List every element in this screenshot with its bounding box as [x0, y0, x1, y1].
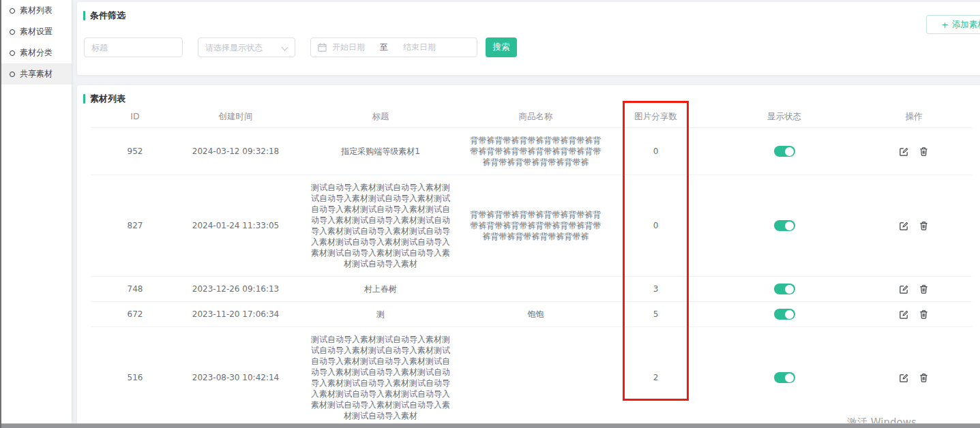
end-date-placeholder[interactable]: 结束日期 [403, 42, 436, 53]
filter-panel: 条件筛选 开始日期 至 结束日期 搜索 + 添加素材 [77, 2, 980, 75]
column-header-4: 商品名称 [469, 111, 602, 122]
cell-display-status [709, 372, 859, 383]
edit-icon[interactable] [899, 373, 909, 383]
toggle-knob [785, 221, 794, 230]
cell-display-status [709, 284, 859, 294]
cell-product-name: 背带裤背带裤背带裤背带裤背带裤背带裤背带裤背带裤背带裤背带裤背带裤背带裤背带裤背… [469, 209, 602, 242]
calendar-icon [318, 43, 327, 52]
table-section-title: 素材列表 [90, 93, 125, 105]
cell-id: 952 [91, 146, 179, 157]
sidebar-item-2[interactable]: 素材设置 [1, 21, 72, 42]
plus-icon: + [941, 20, 948, 30]
cell-title: 测试自动导入素材测试自动导入素材测试自动导入素材测试自动导入素材测试自动导入素材… [292, 334, 469, 421]
cell-product-name: 背带裤背带裤背带裤背带裤背带裤背带裤背带裤背带裤背带裤背带裤背带裤背带裤背带裤背… [469, 135, 602, 168]
trash-icon[interactable] [919, 221, 929, 231]
cell-created-time: 2024-03-12 09:32:18 [179, 146, 292, 157]
sidebar-item-4[interactable]: 共享素材 [1, 63, 72, 85]
search-button[interactable]: 搜索 [486, 37, 517, 57]
cell-id: 672 [91, 309, 179, 320]
column-header-2: 创建时间 [179, 111, 292, 122]
cell-image-share-count: 2 [602, 372, 709, 383]
status-toggle[interactable] [774, 146, 795, 157]
status-toggle[interactable] [774, 372, 795, 383]
cell-actions [859, 146, 968, 157]
cell-id: 827 [91, 220, 179, 231]
cell-display-status [709, 309, 859, 320]
sidebar-item-label: 素材设置 [20, 26, 53, 37]
cell-image-share-count: 0 [602, 146, 709, 157]
cell-image-share-count: 3 [602, 284, 709, 294]
table-body: 952 2024-03-12 09:32:18 指定采购端等级素材1 背带裤背带… [77, 128, 980, 424]
column-header-7: 操作 [859, 111, 968, 122]
trash-icon[interactable] [919, 373, 929, 383]
start-date-placeholder[interactable]: 开始日期 [332, 42, 365, 53]
edit-icon[interactable] [899, 284, 909, 294]
status-toggle[interactable] [774, 220, 795, 231]
sidebar: 素材列表 素材设置 素材分类 共享素材 [1, 0, 72, 423]
table-row: 952 2024-03-12 09:32:18 指定采购端等级素材1 背带裤背带… [91, 128, 972, 175]
trash-icon[interactable] [919, 284, 929, 294]
window-left-edge [0, 0, 1, 428]
trash-icon[interactable] [919, 147, 929, 157]
add-material-button[interactable]: + 添加素材 [926, 15, 980, 34]
trash-icon[interactable] [919, 309, 929, 320]
table-row: 827 2024-01-24 11:33:05 测试自动导入素材测试自动导入素材… [91, 175, 972, 277]
cell-created-time: 2023-12-26 09:16:13 [179, 284, 292, 294]
cell-display-status [709, 220, 859, 231]
cell-title: 指定采购端等级素材1 [292, 146, 469, 157]
radio-circle-icon [10, 8, 15, 14]
horizontal-scrollbar[interactable] [0, 423, 980, 428]
edit-icon[interactable] [899, 147, 909, 157]
status-select-input[interactable] [198, 38, 295, 57]
title-filter-wrap [84, 37, 183, 57]
table-section-header: 素材列表 [77, 85, 980, 104]
toggle-knob [785, 147, 794, 156]
sidebar-item-3[interactable]: 素材分类 [1, 42, 72, 63]
section-accent-bar [83, 94, 85, 104]
toggle-knob [785, 285, 794, 294]
sidebar-item-1[interactable]: 素材列表 [1, 0, 72, 21]
toggle-knob [785, 310, 794, 319]
status-toggle[interactable] [774, 284, 795, 294]
status-select[interactable] [198, 37, 295, 57]
material-list-panel: 素材列表 ID创建时间标题商品名称图片分享数显示状态操作 952 2024-03… [77, 85, 980, 424]
cell-id: 748 [91, 284, 179, 294]
cell-actions [859, 220, 968, 231]
cell-display-status [709, 146, 859, 157]
sidebar-item-label: 素材分类 [20, 47, 53, 59]
cell-id: 516 [91, 372, 179, 383]
status-toggle[interactable] [774, 309, 795, 320]
radio-circle-icon [10, 72, 15, 77]
table-row: 748 2023-12-26 09:16:13 村上春树 3 [91, 277, 972, 302]
toggle-knob [785, 373, 794, 382]
cell-image-share-count: 5 [602, 309, 709, 320]
cell-actions [859, 284, 968, 294]
cell-actions [859, 309, 968, 320]
edit-icon[interactable] [899, 221, 909, 231]
column-header-1: ID [91, 111, 179, 122]
edit-icon[interactable] [899, 309, 909, 320]
cell-title: 测 [292, 309, 469, 320]
filter-section-header: 条件筛选 [77, 2, 980, 20]
cell-product-name [469, 284, 602, 294]
cell-created-time: 2024-01-24 11:33:05 [179, 220, 292, 231]
date-range-separator: 至 [380, 42, 388, 53]
radio-circle-icon [10, 50, 15, 56]
date-range-picker[interactable]: 开始日期 至 结束日期 [310, 37, 477, 57]
title-filter-input[interactable] [85, 38, 182, 57]
table-row: 516 2023-08-30 10:42:14 测试自动导入素材测试自动导入素材… [91, 327, 972, 424]
column-header-6: 显示状态 [709, 111, 859, 122]
filter-section-title: 条件筛选 [90, 10, 125, 22]
table-header-row: ID创建时间标题商品名称图片分享数显示状态操作 [91, 106, 972, 128]
table-row: 672 2023-11-20 17:06:34 测 饱饱 5 [91, 302, 972, 327]
cell-image-share-count: 0 [602, 220, 709, 231]
section-accent-bar [83, 11, 85, 20]
cell-product-name: 饱饱 [469, 309, 602, 320]
cell-title: 村上春树 [292, 284, 469, 294]
cell-created-time: 2023-11-20 17:06:34 [179, 309, 292, 320]
cell-actions [859, 372, 968, 383]
cell-product-name [469, 372, 602, 383]
add-material-label: 添加素材 [952, 19, 980, 31]
radio-circle-icon [10, 29, 15, 35]
sidebar-item-label: 共享素材 [20, 68, 53, 80]
